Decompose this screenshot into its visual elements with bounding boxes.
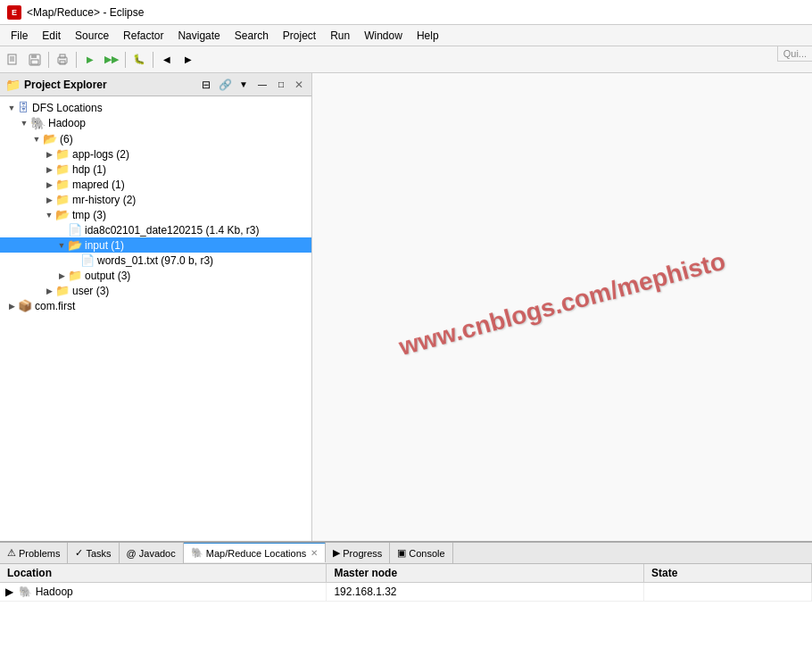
input-label: input (1) <box>85 239 124 252</box>
tree-item-com-first[interactable]: ▶ 📦 com.first <box>0 298 311 313</box>
hdp-icon: 📁 <box>55 162 70 176</box>
input-icon: 📂 <box>68 238 82 252</box>
bottom-tabs: ⚠ Problems ✓ Tasks @ Javadoc 🐘 Map/Reduc… <box>0 543 812 564</box>
arrow-com-first: ▶ <box>5 302 18 311</box>
tab-problems[interactable]: ⚠ Problems <box>0 543 68 563</box>
tree-area: ▼ 🗄 DFS Locations ▼ 🐘 Hadoop ▼ 📂 (6) <box>0 96 311 541</box>
mapreduce-icon: 🐘 <box>191 547 203 559</box>
mr-history-icon: 📁 <box>55 193 70 206</box>
minimize-btn[interactable]: — <box>254 77 270 93</box>
mr-history-label: mr-history (2) <box>72 194 136 206</box>
toolbar-save[interactable] <box>25 50 45 70</box>
menu-search[interactable]: Search <box>228 28 276 44</box>
toolbar-back[interactable]: ◀ <box>157 50 177 70</box>
app-logs-icon: 📁 <box>55 147 70 161</box>
row-arrow: ▶ <box>5 586 13 598</box>
menu-run[interactable]: Run <box>323 28 357 44</box>
arrow-mapred: ▶ <box>43 180 55 189</box>
menu-source[interactable]: Source <box>68 28 116 44</box>
hdp-label: hdp (1) <box>72 163 106 176</box>
tab-progress[interactable]: ▶ Progress <box>326 543 390 563</box>
com-first-icon: 📦 <box>18 299 32 312</box>
tasks-icon: ✓ <box>75 547 83 559</box>
cell-location: ▶ 🐘 Hadoop <box>0 583 327 602</box>
words-file-icon: 📄 <box>80 253 95 267</box>
toolbar-run[interactable]: ▶ <box>80 50 100 70</box>
link-editor-btn[interactable]: 🔗 <box>217 77 233 93</box>
menu-edit[interactable]: Edit <box>35 28 68 44</box>
tab-javadoc[interactable]: @ Javadoc <box>120 543 184 563</box>
ida-file-icon: 📄 <box>68 223 82 237</box>
arrow-hadoop: ▼ <box>18 119 30 128</box>
row-hadoop-icon: 🐘 <box>19 586 32 598</box>
tree-item-hadoop[interactable]: ▼ 🐘 Hadoop <box>0 115 311 131</box>
tab-console[interactable]: ▣ Console <box>390 543 452 563</box>
menu-project[interactable]: Project <box>276 28 323 44</box>
tree-item-hdp[interactable]: ▶ 📁 hdp (1) <box>0 162 311 177</box>
svg-rect-6 <box>31 60 38 64</box>
tree-item-ida-file[interactable]: ▶ 📄 ida8c02101_date120215 (1.4 Kb, r3) <box>0 222 311 237</box>
folder-6-icon: 📂 <box>43 132 57 145</box>
menu-bar: File Edit Source Refactor Navigate Searc… <box>0 25 812 46</box>
tree-item-input[interactable]: ▼ 📂 input (1) <box>0 237 311 253</box>
bottom-panel: ⚠ Problems ✓ Tasks @ Javadoc 🐘 Map/Reduc… <box>0 541 812 648</box>
arrow-mr-history: ▶ <box>43 195 55 204</box>
panel-icon: 📁 <box>5 78 21 92</box>
tree-item-words-file[interactable]: ▶ 📄 words_01.txt (97.0 b, r3) <box>0 253 311 268</box>
table-row[interactable]: ▶ 🐘 Hadoop 192.168.1.32 <box>0 583 812 602</box>
tree-item-app-logs[interactable]: ▶ 📁 app-logs (2) <box>0 146 311 162</box>
arrow-user: ▶ <box>43 287 55 295</box>
arrow-tmp: ▼ <box>43 211 55 220</box>
arrow-6: ▼ <box>30 135 43 144</box>
watermark: www.cnblogs.com/mephisto <box>396 247 728 361</box>
problems-icon: ⚠ <box>7 547 16 559</box>
view-menu-btn[interactable]: ▼ <box>236 77 252 93</box>
menu-navigate[interactable]: Navigate <box>170 28 227 44</box>
menu-refactor[interactable]: Refactor <box>116 28 170 44</box>
menu-file[interactable]: File <box>4 28 35 44</box>
user-label: user (3) <box>72 285 109 297</box>
tab-mapreduce-locations[interactable]: 🐘 Map/Reduce Locations ✕ <box>184 543 327 562</box>
arrow-input: ▼ <box>55 241 68 250</box>
arrow-app-logs: ▶ <box>43 150 55 159</box>
tree-item-6folder[interactable]: ▼ 📂 (6) <box>0 131 311 146</box>
user-icon: 📁 <box>55 284 70 297</box>
arrow-hdp: ▶ <box>43 165 55 174</box>
collapse-all-btn[interactable]: ⊟ <box>198 77 214 93</box>
toolbar: ▶ ▶▶ 🐛 ◀ ▶ Qui... <box>0 46 812 73</box>
close-panel-btn[interactable]: ✕ <box>292 78 306 92</box>
toolbar-sep-4 <box>153 52 153 68</box>
tree-item-mapred[interactable]: ▶ 📁 mapred (1) <box>0 177 311 192</box>
toolbar-forward[interactable]: ▶ <box>178 50 198 70</box>
tree-item-mr-history[interactable]: ▶ 📁 mr-history (2) <box>0 192 311 207</box>
console-icon: ▣ <box>397 547 406 559</box>
svg-rect-5 <box>31 54 37 58</box>
panel-header: 📁 Project Explorer ⊟ 🔗 ▼ — □ ✕ <box>0 73 311 96</box>
mapreduce-label: Map/Reduce Locations <box>206 548 307 559</box>
output-icon: 📁 <box>68 269 82 282</box>
toolbar-print[interactable] <box>53 50 72 70</box>
menu-window[interactable]: Window <box>357 28 410 44</box>
quick-access-label: Qui... <box>777 46 812 62</box>
toolbar-run2[interactable]: ▶▶ <box>102 50 121 70</box>
tree-item-output[interactable]: ▶ 📁 output (3) <box>0 268 311 283</box>
toolbar-new[interactable] <box>4 50 23 70</box>
mapreduce-table: Location Master node State ▶ 🐘 Hadoop 19… <box>0 564 812 602</box>
app-logs-label: app-logs (2) <box>72 148 129 161</box>
tree-item-tmp[interactable]: ▼ 📂 tmp (3) <box>0 207 311 222</box>
panel-title-area: 📁 Project Explorer <box>5 78 107 92</box>
tree-item-dfs-locations[interactable]: ▼ 🗄 DFS Locations <box>0 100 311 115</box>
tab-close-mapreduce[interactable]: ✕ <box>311 548 318 558</box>
menu-help[interactable]: Help <box>410 28 446 44</box>
toolbar-debug[interactable]: 🐛 <box>129 50 149 70</box>
tab-tasks[interactable]: ✓ Tasks <box>68 543 119 563</box>
dfs-label: DFS Locations <box>32 102 103 114</box>
arrow-ida: ▶ <box>55 226 68 235</box>
arrow-words: ▶ <box>68 256 80 265</box>
toolbar-sep-1 <box>48 52 49 68</box>
ida-file-label: ida8c02101_date120215 (1.4 Kb, r3) <box>85 224 260 237</box>
cell-state <box>644 583 812 602</box>
tree-item-user[interactable]: ▶ 📁 user (3) <box>0 283 311 298</box>
panel-title: Project Explorer <box>24 79 107 91</box>
maximize-btn[interactable]: □ <box>273 77 289 93</box>
